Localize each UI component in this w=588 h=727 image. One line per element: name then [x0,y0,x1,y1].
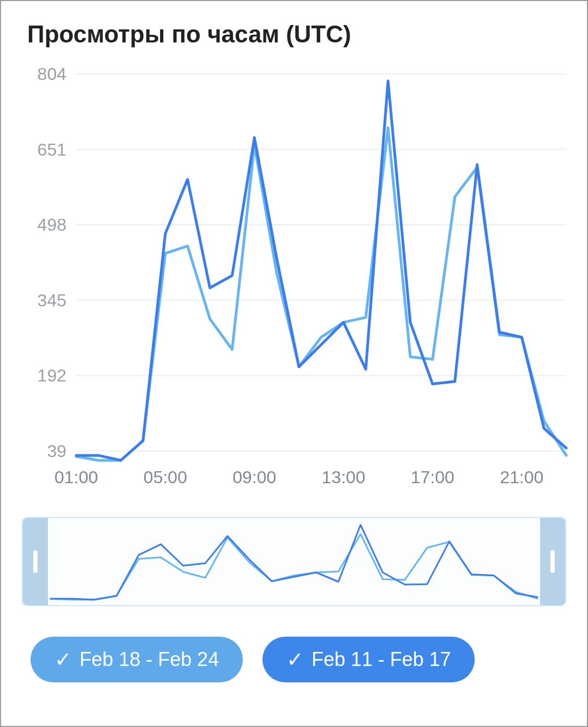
chart-title: Просмотры по часам (UTC) [27,21,577,48]
svg-text:05:00: 05:00 [144,467,187,487]
svg-text:39: 39 [47,441,66,461]
check-icon: ✓ [54,649,72,670]
svg-text:09:00: 09:00 [232,467,276,487]
main-plot: 3919234549865180401:0005:0009:0013:0017:… [11,63,577,493]
check-icon: ✓ [286,649,304,670]
svg-text:651: 651 [38,140,66,159]
range-handle-right[interactable] [540,518,565,605]
svg-text:01:00: 01:00 [54,467,98,487]
svg-text:21:00: 21:00 [500,467,543,487]
legend-toggle-series-a[interactable]: ✓ Feb 18 - Feb 24 [30,637,243,682]
range-handle-left[interactable] [23,518,48,605]
svg-text:17:00: 17:00 [411,467,455,487]
svg-text:804: 804 [38,64,66,84]
range-slider[interactable] [22,517,566,606]
chart-card: Просмотры по часам (UTC) 391923454986518… [0,0,588,727]
legend-toggle-series-b[interactable]: ✓ Feb 11 - Feb 17 [262,637,475,682]
svg-text:345: 345 [38,291,66,310]
legend-label-a: Feb 18 - Feb 24 [79,648,219,671]
svg-text:13:00: 13:00 [322,467,365,487]
legend: ✓ Feb 18 - Feb 24 ✓ Feb 11 - Feb 17 [30,637,577,682]
svg-text:498: 498 [38,215,66,235]
legend-label-b: Feb 11 - Feb 17 [311,648,451,671]
svg-text:192: 192 [38,366,66,385]
